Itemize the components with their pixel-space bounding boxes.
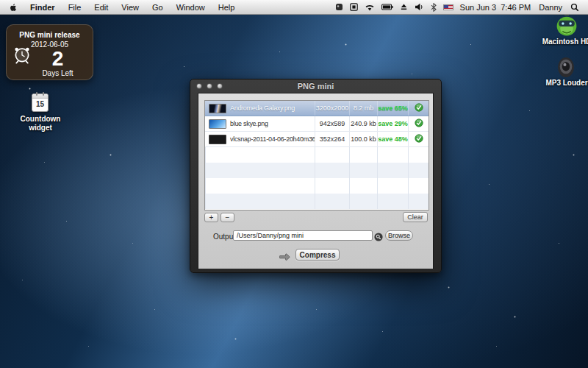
table-empty-row [205, 163, 429, 178]
zoom-button[interactable] [217, 83, 223, 89]
check-icon [415, 118, 423, 129]
table-row[interactable]: vlcsnap-2011-04-06-20h40m36s165.png 352x… [205, 132, 429, 147]
widget-title: PNG mini release [7, 31, 93, 39]
file-savings: save 48% [377, 132, 408, 146]
widget-days-label: Days Left [7, 69, 93, 77]
reveal-search-icon[interactable] [374, 231, 383, 240]
table-row[interactable]: Andromeda Galaxy.png 3200x2000 8.2 mb sa… [205, 101, 429, 116]
minimize-button[interactable] [207, 83, 212, 89]
menu-finder[interactable]: Finder [24, 0, 62, 15]
menu-bar: Finder File Edit View Go Window Help Sun… [0, 0, 588, 15]
pointing-hand-icon [279, 251, 293, 264]
clear-button[interactable]: Clear [403, 212, 428, 222]
user-menu[interactable]: Danny [537, 3, 564, 12]
calendar-binding [32, 94, 48, 99]
check-icon [415, 134, 423, 144]
add-files-button[interactable]: + [204, 213, 218, 222]
countdown-widget[interactable]: PNG mini release 2012-06-05 2 Days Left [6, 24, 93, 80]
file-thumbnail [209, 104, 226, 113]
file-thumbnail [209, 119, 226, 129]
calendar-day: 15 [32, 100, 48, 108]
window-content: Andromeda Galaxy.png 3200x2000 8.2 mb sa… [198, 93, 434, 269]
menu-file[interactable]: File [62, 0, 88, 15]
table-empty-row [205, 147, 429, 163]
remove-files-button[interactable]: − [220, 213, 234, 222]
file-size: 240.9 kb [349, 116, 377, 131]
menu-clock[interactable]: Sun Jun 3 7:46 PM [460, 3, 531, 12]
input-source-icon[interactable] [350, 3, 358, 11]
file-name: Andromeda Galaxy.png [230, 105, 295, 112]
spotlight-icon[interactable] [570, 3, 579, 12]
menu-edit[interactable]: Edit [87, 0, 115, 15]
compress-button[interactable]: Compress [295, 249, 340, 261]
file-table: Andromeda Galaxy.png 3200x2000 8.2 mb sa… [204, 100, 429, 210]
file-name: vlcsnap-2011-04-06-20h40m36s165.png [230, 135, 315, 143]
apple-menu-icon[interactable] [0, 2, 24, 13]
menu-window[interactable]: Window [170, 0, 212, 15]
macintosh-hd-icon[interactable] [553, 11, 581, 40]
battery-icon[interactable] [381, 4, 393, 10]
alarm-clock-icon [12, 44, 32, 68]
file-size: 100.0 kb [349, 132, 377, 146]
macintosh-hd-label: Macintosh HD [539, 38, 588, 46]
file-name: blue skye.png [230, 120, 268, 127]
us-flag-icon[interactable] [443, 4, 453, 10]
eject-icon[interactable] [400, 3, 408, 11]
menu-go[interactable]: Go [146, 0, 170, 15]
countdown-widget-label: Countdown widget [11, 115, 70, 132]
png-mini-window: PNG mini Andromeda Galaxy.png 3200x2000 … [190, 79, 442, 273]
app-menu-icon[interactable] [335, 3, 343, 11]
output-path-input[interactable] [233, 230, 373, 241]
bluetooth-icon[interactable] [431, 3, 437, 12]
table-row[interactable]: blue skye.png 942x589 240.9 kb save 29% [205, 116, 429, 132]
mp3-louder-label: MP3 Louder [536, 79, 588, 88]
table-empty-row [205, 178, 429, 194]
file-savings: save 65% [377, 101, 408, 116]
countdown-widget-icon[interactable]: 15 [32, 93, 49, 112]
browse-button[interactable]: Browse [385, 230, 413, 241]
window-title: PNG mini [298, 82, 334, 91]
file-dimensions: 352x264 [315, 132, 349, 146]
window-titlebar[interactable]: PNG mini [190, 79, 441, 93]
table-empty-row [205, 194, 429, 209]
file-savings: save 29% [377, 116, 408, 131]
mp3-louder-icon[interactable] [556, 57, 576, 81]
wifi-icon[interactable] [365, 3, 375, 11]
close-button[interactable] [196, 83, 202, 89]
menu-view[interactable]: View [115, 0, 146, 15]
volume-icon[interactable] [415, 3, 424, 11]
check-icon [415, 103, 423, 113]
file-dimensions: 3200x2000 [315, 101, 349, 116]
menu-help[interactable]: Help [212, 0, 242, 15]
file-thumbnail [209, 135, 226, 144]
file-size: 8.2 mb [349, 101, 377, 116]
file-dimensions: 942x589 [315, 116, 349, 131]
